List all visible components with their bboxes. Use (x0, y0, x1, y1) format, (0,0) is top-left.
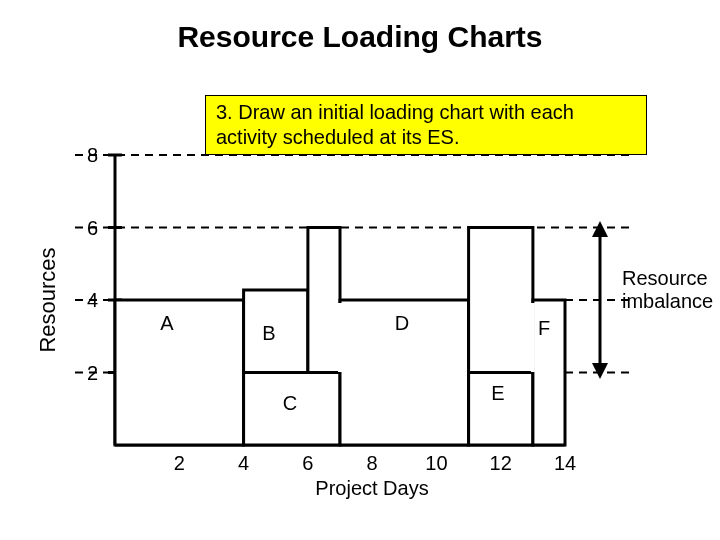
bar-A (115, 300, 244, 445)
y-axis-label: Resources (35, 247, 60, 352)
ytick-4: 4 (87, 289, 98, 311)
bar-label-D: D (395, 312, 409, 334)
ytick-6: 6 (87, 217, 98, 239)
xtick-14: 14 (554, 452, 576, 474)
resource-loading-chart: 8 6 4 2 Resources 2 4 6 8 10 12 14 Proje… (0, 0, 720, 540)
x-axis-label: Project Days (315, 477, 428, 499)
xtick-10: 10 (425, 452, 447, 474)
bar-D-stack (308, 228, 340, 373)
xtick-6: 6 (302, 452, 313, 474)
bar-F-stack (469, 228, 533, 373)
bar-label-B: B (262, 322, 275, 344)
xtick-8: 8 (367, 452, 378, 474)
bar-label-E: E (491, 382, 504, 404)
ytick-8: 8 (87, 144, 98, 166)
bar-label-A: A (160, 312, 174, 334)
ytick-2: 2 (87, 362, 98, 384)
bar-B (244, 290, 308, 373)
arrowhead-up-icon (592, 221, 608, 237)
xtick-2: 2 (174, 452, 185, 474)
xtick-12: 12 (490, 452, 512, 474)
annotation-resource: Resource (622, 267, 708, 289)
bar-label-C: C (283, 392, 297, 414)
annotation-imbalance: imbalance (622, 290, 713, 312)
xtick-4: 4 (238, 452, 249, 474)
bar-label-F: F (538, 317, 550, 339)
arrowhead-down-icon (592, 363, 608, 379)
